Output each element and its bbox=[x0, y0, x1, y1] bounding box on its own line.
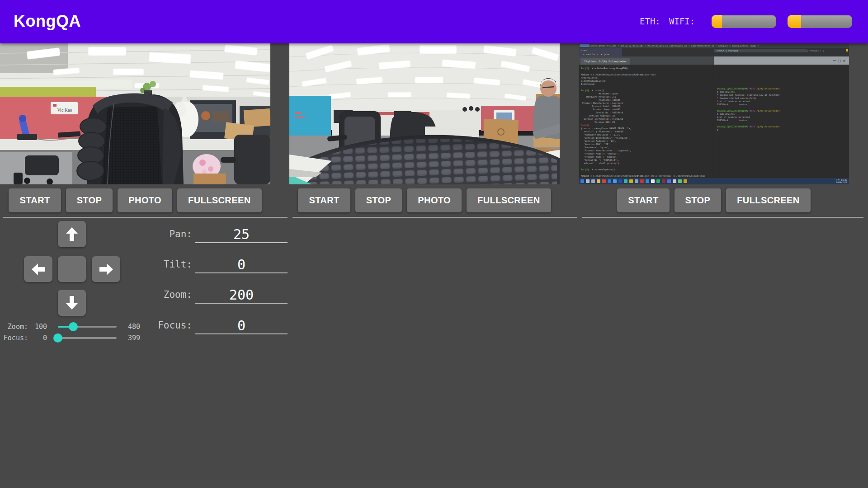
taskbar-icon bbox=[618, 179, 622, 183]
eth-label: ETH: bbox=[640, 16, 660, 26]
console-line: 'Serial No.': '93858fc4'}, bbox=[581, 159, 713, 162]
windows-taskbar: 下午 04:13 2020/12/2 bbox=[579, 178, 849, 184]
console-line: List of devices attached bbox=[717, 100, 849, 103]
taskbar-icon bbox=[580, 179, 584, 183]
camera2-stop-button[interactable]: STOP bbox=[355, 188, 402, 212]
ide-editor-strip: ▾ app ▸ manifests ▸ java TEMPLATE_PREVIE… bbox=[579, 48, 849, 56]
taskbar-icon bbox=[646, 179, 649, 183]
console-line: ReturnList=[] bbox=[581, 76, 713, 80]
focus-slider-max: 399 bbox=[128, 334, 140, 342]
console-line: ADBCmd = C:\EasyAVEngine\Tools\Android\A… bbox=[581, 174, 713, 178]
console-line: * daemon not running; starting now at tc… bbox=[717, 94, 849, 97]
project-tree: ▾ app ▸ manifests ▸ java bbox=[579, 48, 622, 56]
pan-value: 25 bbox=[233, 226, 250, 242]
ide-search-results: 2 results ↑ ↓ bbox=[807, 49, 824, 52]
camera3-start-button[interactable]: START bbox=[617, 188, 669, 212]
wifi-signal-bar bbox=[788, 15, 852, 28]
taskbar-icon bbox=[597, 179, 600, 183]
arrow-down-icon bbox=[66, 296, 78, 310]
taskbar-icon bbox=[613, 179, 617, 183]
pan-label: Pan: bbox=[149, 229, 192, 239]
console-line bbox=[581, 70, 713, 73]
console-line: In [4]: k.infos() bbox=[581, 89, 713, 92]
arrow-up-icon bbox=[66, 227, 78, 241]
camera1-start-button[interactable]: START bbox=[9, 188, 61, 212]
pan-left-button[interactable] bbox=[24, 256, 52, 282]
console-line: Product Manufacturer: Logitech bbox=[581, 102, 713, 105]
app-title: KongQA bbox=[14, 12, 81, 31]
console-line: 'Product Name': 'sdm845', bbox=[581, 155, 713, 159]
taskbar-icon bbox=[684, 179, 687, 183]
pan-right-button[interactable] bbox=[92, 256, 120, 282]
camera2-fullscreen-button[interactable]: FULLSCREEN bbox=[467, 188, 551, 212]
taskbar-icons bbox=[580, 179, 687, 183]
console-line: Version Incremental: 0.902.64 bbox=[581, 117, 713, 121]
arrow-right-icon bbox=[99, 263, 113, 275]
pc-desktop-capture: AndroidManifest.xml × activity_main.xml … bbox=[579, 43, 849, 184]
pan-input[interactable]: 25 bbox=[195, 225, 288, 243]
camera2-start-button[interactable]: START bbox=[298, 188, 350, 212]
tilt-input[interactable]: 0 bbox=[195, 255, 288, 273]
console-line: * daemon started successfully bbox=[717, 97, 849, 100]
console-line bbox=[581, 165, 713, 168]
section-divider-2 bbox=[292, 217, 577, 218]
ide-window-icon bbox=[580, 44, 590, 47]
camera1-stop-button[interactable]: STOP bbox=[66, 188, 113, 212]
console-line: In [3]: k = RobotRun.kong.KongADB() bbox=[581, 67, 713, 70]
camera2-photo-button[interactable]: PHOTO bbox=[407, 188, 462, 212]
camera2-scene bbox=[289, 43, 560, 184]
camera3-stop-button[interactable]: STOP bbox=[675, 188, 722, 212]
console-line: Product Name: sdm845 bbox=[581, 108, 713, 111]
console-line: zhuang11@662209346NB0M1 MSYS /g/My Drive… bbox=[717, 125, 849, 128]
focus-slider-label: Focus: bbox=[0, 334, 28, 342]
taskbar-icon bbox=[678, 179, 682, 183]
section-divider-3 bbox=[582, 217, 863, 218]
camera2-button-row: START STOP PHOTO FULLSCREEN bbox=[289, 188, 560, 212]
taskbar-icon bbox=[662, 179, 665, 183]
camera3-fullscreen-button[interactable]: FULLSCREEN bbox=[726, 188, 810, 212]
pan-tilt-center-button[interactable] bbox=[58, 256, 86, 282]
section-divider-1 bbox=[3, 217, 288, 218]
console-line bbox=[717, 106, 849, 109]
console-line: ADBCmd = C:\EasyAVEngine\Tools\Android\A… bbox=[581, 73, 713, 76]
console-line: 'Hardware Revision': '2.1', bbox=[581, 133, 713, 136]
console-line: Platform: sdm845 bbox=[581, 99, 713, 102]
scrollbar-mark bbox=[846, 49, 848, 52]
console-line: $ bbox=[717, 128, 849, 131]
focus-slider-thumb[interactable] bbox=[53, 333, 62, 343]
console-line: {'error': <KongError.RANGE_ERROR: 1>, bbox=[581, 127, 713, 130]
focus-value: 0 bbox=[237, 318, 245, 333]
camera1-photo-button[interactable]: PHOTO bbox=[118, 188, 172, 212]
eth-signal-bar bbox=[712, 15, 776, 28]
taskbar-icon bbox=[635, 179, 638, 183]
zoom-slider[interactable] bbox=[58, 326, 117, 328]
focus-slider-min: 0 bbox=[25, 334, 47, 342]
focus-label: Focus: bbox=[149, 320, 192, 331]
tilt-value: 0 bbox=[237, 257, 245, 272]
camera3-button-row: START STOP FULLSCREEN bbox=[579, 188, 849, 212]
tilt-up-button[interactable] bbox=[58, 221, 86, 247]
focus-slider[interactable] bbox=[58, 337, 117, 339]
tilt-down-button[interactable] bbox=[58, 290, 86, 316]
taskbar-icon bbox=[624, 179, 627, 183]
focus-input[interactable]: 0 bbox=[195, 316, 288, 334]
kongqa-app: KongQA ETH: WIFI: bbox=[0, 0, 868, 488]
console-line: List of devices attached bbox=[717, 116, 849, 119]
console-line: $ adb devices bbox=[717, 90, 849, 94]
console-line: Version Android: 10 bbox=[581, 114, 713, 117]
zoom-slider-thumb[interactable] bbox=[69, 322, 78, 331]
taskbar-icon bbox=[608, 179, 611, 183]
console-line: Out[4]: bbox=[581, 124, 713, 127]
taskbar-clock: 下午 04:13 2020/12/2 bbox=[836, 179, 847, 183]
camera1-fullscreen-button[interactable]: FULLSCREEN bbox=[177, 188, 261, 212]
zoom-input[interactable]: 200 bbox=[195, 286, 288, 304]
ipython-console: In [3]: k = RobotRun.kong.KongADB()ADBCm… bbox=[579, 65, 713, 178]
console-line bbox=[581, 86, 713, 89]
camera1-button-row: START STOP PHOTO FULLSCREEN bbox=[0, 188, 270, 212]
camera2-feed bbox=[289, 43, 560, 184]
console-line: 'Version Incremental': '0.902.64', bbox=[581, 136, 713, 140]
console-line: 93858fc4 device bbox=[717, 103, 849, 106]
console-line: Hardware: qcom bbox=[581, 92, 713, 95]
console-line: Hardware Revision: 2.1 bbox=[581, 95, 713, 99]
console-line: 'Product Model': 'VR0019', bbox=[581, 152, 713, 155]
